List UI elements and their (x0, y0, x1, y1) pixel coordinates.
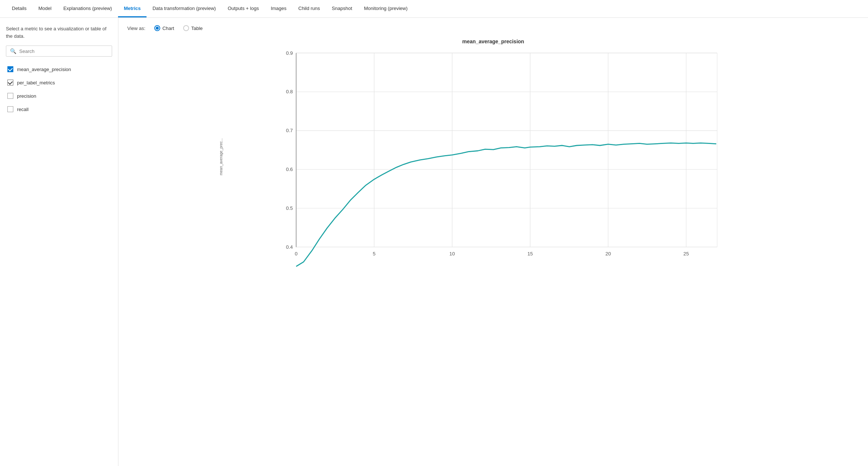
svg-text:0.8: 0.8 (286, 89, 293, 94)
search-input[interactable] (19, 48, 108, 54)
nav-details[interactable]: Details (6, 0, 33, 17)
svg-text:0: 0 (295, 251, 297, 257)
metric-list: mean_average_precision per_label_metrics… (6, 63, 112, 116)
search-icon: 🔍 (10, 48, 16, 54)
svg-text:0.4: 0.4 (286, 244, 293, 250)
metric-checkbox-mean-average-precision[interactable] (7, 66, 13, 72)
view-as-chart-radio[interactable] (154, 25, 160, 31)
sidebar: Select a metric to see a visualization o… (0, 18, 118, 466)
nav-metrics[interactable]: Metrics (118, 0, 147, 17)
nav-images[interactable]: Images (265, 0, 293, 17)
svg-text:0.6: 0.6 (286, 167, 293, 172)
svg-rect-0 (296, 53, 717, 247)
svg-text:0.7: 0.7 (286, 128, 293, 133)
metric-label-precision: precision (17, 93, 36, 99)
nav-explanations[interactable]: Explanations (preview) (57, 0, 118, 17)
view-as-table-radio[interactable] (183, 25, 189, 31)
svg-text:25: 25 (683, 251, 689, 257)
svg-text:15: 15 (527, 251, 533, 257)
y-axis-label: mean_average_prec... (216, 49, 226, 265)
view-as-chart-option[interactable]: Chart (154, 25, 174, 31)
view-as-table-label: Table (191, 26, 203, 31)
svg-text:10: 10 (450, 251, 455, 257)
metric-checkbox-precision[interactable] (7, 93, 13, 99)
metric-checkbox-per-label-metrics[interactable] (7, 80, 13, 86)
sidebar-description: Select a metric to see a visualization o… (6, 25, 112, 40)
chart-svg-area: 0.9 0.8 0.7 0.6 0.5 0.4 0 5 10 15 20 (226, 49, 771, 265)
metric-item-mean-average-precision[interactable]: mean_average_precision (6, 63, 112, 76)
view-as-table-option[interactable]: Table (183, 25, 203, 31)
content-area: View as: Chart Table mean_average_precis… (118, 18, 868, 466)
metric-item-precision[interactable]: precision (6, 89, 112, 103)
metric-label-recall: recall (17, 107, 28, 112)
svg-text:0.5: 0.5 (286, 205, 293, 211)
chart-container: mean_average_precision mean_average_prec… (127, 38, 859, 459)
view-as-label: View as: (127, 26, 145, 31)
metric-item-per-label-metrics[interactable]: per_label_metrics (6, 76, 112, 89)
metric-item-recall[interactable]: recall (6, 103, 112, 116)
svg-text:5: 5 (373, 251, 376, 257)
metric-checkbox-recall[interactable] (7, 106, 13, 112)
metric-label-mean-average-precision: mean_average_precision (17, 67, 71, 72)
top-navigation: Details Model Explanations (preview) Met… (0, 0, 868, 18)
nav-snapshot[interactable]: Snapshot (326, 0, 358, 17)
search-box[interactable]: 🔍 (6, 46, 112, 57)
main-layout: Select a metric to see a visualization o… (0, 18, 868, 466)
svg-text:20: 20 (605, 251, 611, 257)
nav-model[interactable]: Model (33, 0, 57, 17)
chart-wrapper: mean_average_precision mean_average_prec… (216, 38, 771, 265)
metric-label-per-label-metrics: per_label_metrics (17, 80, 55, 86)
chart-title: mean_average_precision (216, 38, 771, 44)
nav-data-transformation[interactable]: Data transformation (preview) (147, 0, 222, 17)
view-as-chart-label: Chart (162, 26, 174, 31)
svg-text:0.9: 0.9 (286, 50, 293, 56)
nav-monitoring[interactable]: Monitoring (preview) (358, 0, 414, 17)
chart-svg: 0.9 0.8 0.7 0.6 0.5 0.4 0 5 10 15 20 (226, 49, 771, 264)
nav-outputs-logs[interactable]: Outputs + logs (222, 0, 265, 17)
nav-child-runs[interactable]: Child runs (292, 0, 326, 17)
chart-inner: mean_average_prec... (216, 49, 771, 265)
view-as-row: View as: Chart Table (127, 25, 859, 31)
